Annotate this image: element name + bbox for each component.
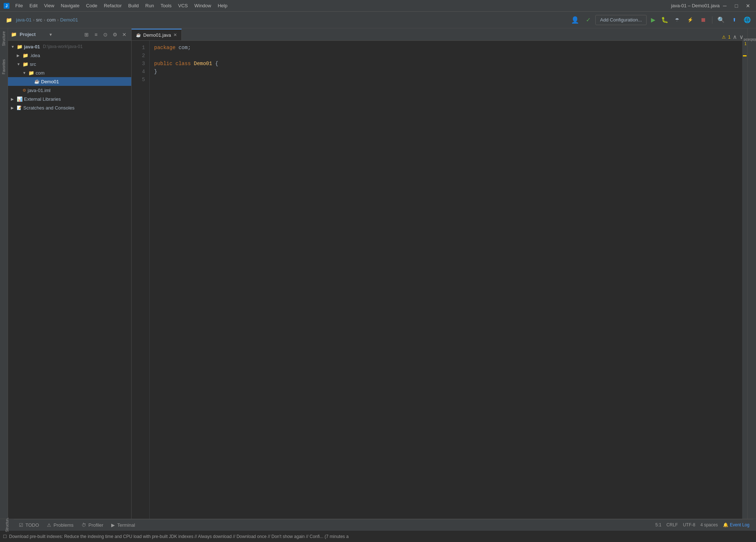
- menu-view[interactable]: View: [41, 2, 57, 9]
- problems-tab[interactable]: ⚠ Problems: [43, 520, 77, 530]
- settings-button[interactable]: 🌐: [741, 15, 753, 25]
- tab-java-icon: ☕: [136, 33, 141, 37]
- cursor-position[interactable]: 5:1: [653, 522, 664, 528]
- tree-item-ext-libs[interactable]: ▶ 📊 External Libraries: [8, 95, 131, 103]
- project-panel: 📁 Project ▼ ⊞ ≡ ⊙ ⚙ ✕ ▼ 📁 java-01 D:\jav…: [8, 28, 132, 519]
- tree-item-src[interactable]: ▼ 📁 src: [8, 60, 131, 68]
- code-line-3: public class Demo01 {: [154, 60, 738, 68]
- chevron-idea: ▶: [17, 53, 21, 57]
- tab-close-button[interactable]: ✕: [173, 32, 177, 37]
- breadcrumb-sep2: ›: [44, 17, 45, 23]
- run-configuration-button[interactable]: Add Configuration...: [595, 15, 647, 25]
- scroll-up-icon[interactable]: ∧: [733, 33, 737, 40]
- menu-window[interactable]: Window: [192, 2, 214, 9]
- terminal-tab[interactable]: ▶ Terminal: [108, 520, 138, 530]
- minimize-button[interactable]: ─: [720, 2, 730, 9]
- collapse-all-button[interactable]: ≡: [92, 31, 100, 39]
- window-controls: ─ □ ✕: [720, 2, 753, 9]
- menu-help[interactable]: Help: [215, 2, 230, 9]
- todo-tab[interactable]: ☑ TODO: [15, 520, 43, 530]
- line-num-1: 1: [132, 44, 145, 52]
- menu-refactor[interactable]: Refactor: [101, 2, 125, 9]
- scrollbar-right[interactable]: 1: [742, 41, 747, 519]
- menu-navigate[interactable]: Navigate: [58, 2, 82, 9]
- tree-item-scratches[interactable]: ▶ 📝 Scratches and Consoles: [8, 103, 131, 112]
- coverage-button[interactable]: ☂: [671, 15, 683, 25]
- line-separator[interactable]: CRLF: [664, 522, 680, 528]
- indent-setting[interactable]: 4 spaces: [698, 522, 720, 528]
- problems-icon: ⚠: [47, 522, 51, 528]
- breadcrumb-com[interactable]: com: [47, 17, 56, 23]
- open-brace: {: [212, 61, 218, 67]
- project-dropdown-icon[interactable]: ▼: [49, 32, 53, 37]
- breadcrumb-file[interactable]: Demo01: [60, 17, 78, 23]
- menu-vcs[interactable]: VCS: [175, 2, 191, 9]
- menu-bar: File Edit View Navigate Code Refactor Bu…: [12, 2, 664, 9]
- favorites-vertical-tab[interactable]: Favorites: [1, 56, 7, 77]
- event-log-button[interactable]: 🔔 Event Log: [721, 522, 752, 528]
- menu-code[interactable]: Code: [83, 2, 100, 9]
- run-button[interactable]: ▶: [648, 15, 658, 25]
- profiler-tab[interactable]: ⏱ Profiler: [78, 520, 107, 530]
- tree-label-com: com: [36, 70, 45, 76]
- iml-icon: ⚙: [23, 88, 26, 93]
- code-content[interactable]: package com; public class Demo01 { }: [150, 41, 742, 519]
- folder-icon-idea: 📁: [23, 53, 28, 58]
- project-icon[interactable]: 📁: [3, 15, 15, 25]
- breadcrumb-src[interactable]: src: [36, 17, 42, 23]
- kw-public: public: [154, 61, 176, 67]
- menu-file[interactable]: File: [12, 2, 26, 9]
- database-panel-tab[interactable]: Database: [740, 37, 756, 43]
- tree-item-java01[interactable]: ▼ 📁 java-01 D:\java-work\java-01: [8, 42, 131, 51]
- structure-vertical-tab[interactable]: Structure: [1, 28, 7, 49]
- menu-build[interactable]: Build: [125, 2, 142, 9]
- close-brace: }: [154, 69, 157, 75]
- debug-button[interactable]: 🐛: [660, 15, 670, 25]
- menu-edit[interactable]: Edit: [27, 2, 40, 9]
- file-tree: ▼ 📁 java-01 D:\java-work\java-01 ▶ 📁 .id…: [8, 41, 131, 519]
- kw-class: class: [176, 61, 194, 67]
- tree-item-com[interactable]: ▼ 📁 com: [8, 68, 131, 77]
- left-vertical-panels: Structure Favorites: [0, 28, 8, 519]
- warning-icon: ⚠: [722, 35, 726, 40]
- maximize-button[interactable]: □: [731, 2, 741, 9]
- sync-icon[interactable]: ✓: [582, 15, 594, 25]
- search-everywhere-button[interactable]: 🔍: [715, 15, 727, 25]
- menu-tools[interactable]: Tools: [158, 2, 174, 9]
- close-button[interactable]: ✕: [743, 2, 753, 9]
- svg-text:J: J: [5, 4, 8, 8]
- code-editor[interactable]: 1 2 3 4 5 package com; public class Demo…: [132, 41, 747, 519]
- breadcrumb-project[interactable]: java-01: [16, 17, 32, 23]
- file-encoding[interactable]: UTF-8: [681, 522, 697, 528]
- chevron-java01: ▼: [11, 45, 15, 49]
- code-line-2: [154, 52, 738, 60]
- project-title: Project: [20, 32, 47, 37]
- tree-item-idea[interactable]: ▶ 📁 .idea: [8, 51, 131, 60]
- tab-label-demo01: Demo01.java: [143, 32, 171, 38]
- tree-label-java01: java-01: [24, 44, 40, 49]
- expand-all-button[interactable]: ⊞: [83, 31, 91, 39]
- kw-package: package: [154, 45, 178, 51]
- class-name: Demo01: [194, 61, 212, 67]
- account-icon[interactable]: 👤: [569, 15, 581, 25]
- java-file-icon-demo01: ☕: [34, 79, 40, 84]
- scroll-from-source-button[interactable]: ⊙: [101, 31, 109, 39]
- line-numbers: 1 2 3 4 5: [132, 41, 150, 519]
- tree-label-scratches: Scratches and Consoles: [23, 105, 75, 111]
- stop-button[interactable]: ⏹: [697, 15, 709, 25]
- event-log-label: Event Log: [730, 522, 749, 527]
- tree-label-iml: java-01.iml: [28, 88, 51, 93]
- update-button[interactable]: ⬆: [728, 15, 740, 25]
- structure-side-panel: Structure: [3, 519, 11, 531]
- line-num-2: 2: [132, 52, 145, 60]
- tree-item-iml[interactable]: ⚙ java-01.iml: [8, 86, 131, 95]
- settings-panel-button[interactable]: ⚙: [111, 31, 119, 39]
- warning-count: 1: [728, 35, 731, 40]
- profile-button[interactable]: ⚡: [684, 15, 696, 25]
- close-panel-button[interactable]: ✕: [120, 31, 128, 39]
- tab-demo01-java[interactable]: ☕ Demo01.java ✕: [132, 29, 182, 40]
- menu-run[interactable]: Run: [142, 2, 157, 9]
- toolbar-separator: [712, 16, 712, 24]
- tree-item-demo01[interactable]: ☕ Demo01: [8, 77, 131, 86]
- scratches-icon: 📝: [17, 105, 22, 110]
